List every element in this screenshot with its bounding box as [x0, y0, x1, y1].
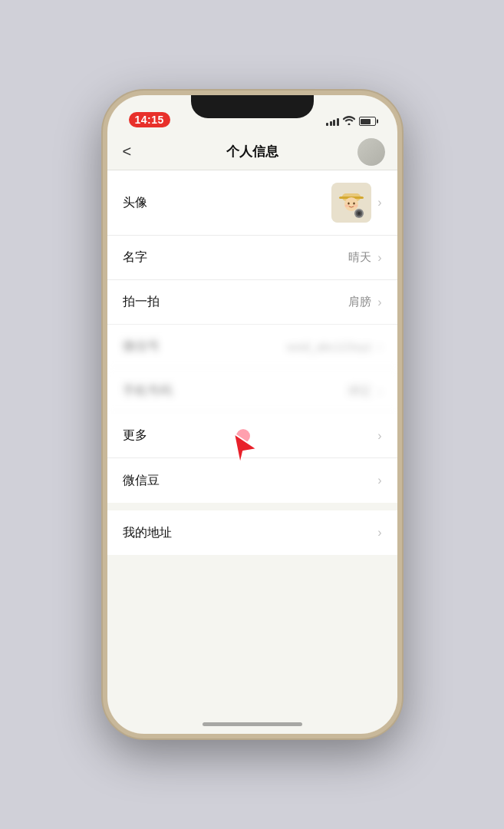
svg-point-7 — [345, 205, 349, 207]
screen: 14:15 — [107, 95, 397, 734]
address-row[interactable]: 我的地址 › — [107, 510, 397, 555]
name-label: 名字 — [123, 249, 147, 266]
svg-point-6 — [353, 203, 354, 205]
wifi-icon — [343, 115, 355, 127]
paiyipai-label: 拍一拍 — [123, 294, 160, 310]
svg-marker-12 — [234, 434, 257, 464]
blurred-value-1: wxid_abc123xyz — [287, 340, 371, 353]
blurred-row-2: 手机号码 绑定 › — [107, 369, 397, 414]
mute-button — [103, 218, 104, 246]
paiyipai-chevron: › — [377, 296, 381, 309]
paiyipai-row[interactable]: 拍一拍 肩膀 › — [107, 280, 397, 325]
address-label: 我的地址 — [123, 525, 172, 541]
avatar-label: 头像 — [123, 195, 147, 211]
name-chevron: › — [377, 251, 381, 265]
weixindou-right: › — [377, 474, 381, 487]
back-button[interactable]: < — [123, 143, 132, 160]
avatar-thumb — [331, 183, 371, 223]
volume-down-button — [103, 315, 104, 364]
paiyipai-value: 肩膀 — [348, 295, 371, 309]
status-icons — [326, 115, 376, 127]
nav-bar: < 个人信息 — [107, 134, 397, 170]
blurred-chevron-2: › — [377, 385, 381, 398]
blurred-value-2: 绑定 — [348, 384, 371, 398]
svg-point-4 — [344, 197, 358, 211]
home-indicator — [203, 722, 302, 726]
svg-point-5 — [348, 203, 349, 205]
svg-point-8 — [354, 205, 358, 207]
address-section: 我的地址 › — [107, 510, 397, 555]
blurred-label-2: 手机号码 — [123, 383, 172, 399]
svg-point-11 — [357, 212, 361, 215]
main-section: 头像 — [107, 170, 397, 503]
blurred-right-1: wxid_abc123xyz › — [287, 340, 381, 354]
paiyipai-right: 肩膀 › — [348, 295, 381, 309]
blurred-right-2: 绑定 › — [348, 384, 381, 398]
power-button — [400, 256, 402, 325]
more-label: 更多 — [123, 428, 147, 444]
page-title: 个人信息 — [226, 143, 278, 160]
name-right: 晴天 › — [348, 250, 381, 265]
weixindou-label: 微信豆 — [123, 473, 160, 489]
avatar-row[interactable]: 头像 — [107, 170, 397, 236]
red-cursor-icon — [226, 430, 265, 468]
content: 头像 — [107, 170, 397, 734]
notch — [191, 95, 314, 118]
avatar-chevron: › — [377, 196, 381, 210]
more-right: › — [377, 429, 381, 443]
battery-icon — [359, 117, 376, 126]
more-row[interactable]: 更多 › — [107, 414, 397, 458]
phone-frame: 14:15 — [103, 91, 402, 738]
nav-avatar — [357, 138, 385, 166]
weixindou-chevron: › — [377, 474, 381, 487]
status-time: 14:15 — [129, 112, 170, 127]
blurred-chevron-1: › — [377, 340, 381, 354]
blurred-row-1: 微信号 wxid_abc123xyz › — [107, 325, 397, 369]
volume-up-button — [103, 256, 104, 306]
name-row[interactable]: 名字 晴天 › — [107, 236, 397, 280]
signal-icon — [326, 117, 339, 126]
blurred-label-1: 微信号 — [123, 339, 160, 355]
more-chevron: › — [377, 429, 381, 443]
avatar-right: › — [331, 183, 381, 223]
name-value: 晴天 — [348, 250, 371, 265]
address-right: › — [377, 526, 381, 540]
address-chevron: › — [377, 526, 381, 540]
